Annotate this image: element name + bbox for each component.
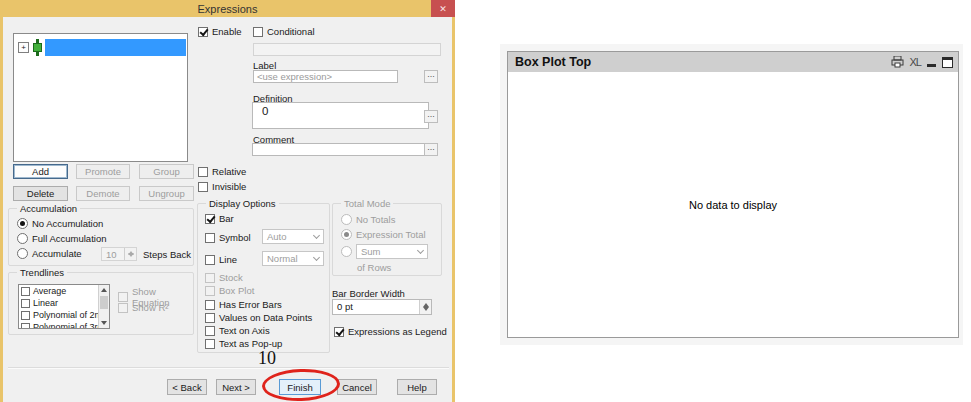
stock-checkbox[interactable]: Stock	[205, 272, 243, 283]
poly3-checkbox[interactable]	[21, 323, 30, 330]
expressions-dialog: Expressions ✕ + Add Promote Group Delete…	[0, 0, 455, 402]
scrollbar-thumb[interactable]	[100, 296, 108, 309]
trendlines-group-title: Trendlines	[17, 267, 67, 278]
steps-back-stepper[interactable]: 10	[101, 247, 137, 261]
bar-border-width-stepper[interactable]: 0 pt	[332, 299, 432, 315]
definition-ellipsis-button[interactable]: ...	[424, 110, 438, 123]
symbol-style-combo[interactable]: Auto	[262, 229, 324, 244]
enable-checkbox[interactable]: Enable	[198, 26, 242, 37]
has-error-bars-checkbox[interactable]: Has Error Bars	[205, 299, 282, 310]
tree-expand-icon[interactable]: +	[18, 42, 29, 53]
accumulation-group-title: Accumulation	[17, 203, 80, 214]
trendlines-listbox[interactable]: Average Linear Polynomial of 2nd d Polyn…	[18, 284, 110, 329]
line-style-combo[interactable]: Normal	[262, 251, 324, 266]
no-data-message: No data to display	[689, 199, 777, 211]
dialog-border-left	[0, 17, 3, 402]
expressions-as-legend-checkbox[interactable]: Expressions as Legend	[334, 326, 447, 337]
trendline-item-average[interactable]: Average	[19, 285, 109, 297]
annotation-step-number: 10	[258, 348, 276, 369]
scroll-up-icon[interactable]	[101, 288, 107, 292]
sheet-background: Box Plot Top XL No data to display	[500, 44, 963, 345]
dialog-title: Expressions	[198, 3, 258, 15]
label-input[interactable]: <use expression>	[253, 70, 398, 83]
expression-list[interactable]: +	[13, 33, 188, 162]
scroll-down-icon[interactable]	[101, 321, 107, 325]
full-accumulation-radio[interactable]: Full Accumulation	[17, 233, 106, 244]
trendline-item-poly3[interactable]: Polynomial of 3rd d	[19, 321, 109, 329]
chevron-down-icon	[313, 253, 320, 260]
trendline-item-poly2[interactable]: Polynomial of 2nd d	[19, 309, 109, 321]
conditional-checkbox[interactable]: Conditional	[253, 26, 315, 37]
chart-body: No data to display	[508, 72, 958, 337]
screenshot-canvas: Expressions ✕ + Add Promote Group Delete…	[0, 0, 971, 402]
chart-caption-bar[interactable]: Box Plot Top XL	[508, 52, 958, 72]
values-on-data-points-checkbox[interactable]: Values on Data Points	[205, 312, 312, 323]
demote-button[interactable]: Demote	[76, 186, 130, 201]
display-options-title: Display Options	[206, 198, 279, 209]
linear-checkbox[interactable]	[21, 299, 30, 308]
close-icon: ✕	[439, 4, 447, 14]
sum-mode-radio[interactable]	[341, 246, 352, 257]
trendlines-group: Trendlines Average Linear Polynomial of …	[8, 272, 194, 335]
comment-input[interactable]	[252, 143, 429, 156]
display-options-group: Display Options Bar Symbol Auto Line Nor…	[197, 203, 330, 353]
expression-tree-row[interactable]: +	[18, 39, 186, 56]
dialog-border-right	[452, 17, 455, 402]
chevron-down-icon	[417, 246, 424, 253]
bar-checkbox[interactable]: Bar	[205, 213, 234, 224]
annotation-circle	[261, 368, 340, 402]
add-button[interactable]: Add	[13, 164, 68, 179]
definition-input[interactable]: 0	[252, 102, 429, 129]
label-ellipsis-button[interactable]: ...	[424, 70, 438, 83]
relative-checkbox[interactable]: Relative	[198, 166, 246, 177]
ungroup-button[interactable]: Ungroup	[139, 186, 194, 201]
selected-expression-item[interactable]	[45, 39, 186, 56]
total-mode-title: Total Mode	[341, 198, 393, 209]
box-plot-expression-icon	[33, 39, 42, 56]
show-r2-checkbox[interactable]: Show R²	[118, 302, 168, 313]
line-checkbox[interactable]: Line	[205, 254, 237, 265]
back-button[interactable]: < Back	[167, 379, 207, 395]
comment-ellipsis-button[interactable]: ...	[424, 143, 438, 156]
of-rows-label: of Rows	[357, 262, 391, 273]
next-button[interactable]: Next >	[216, 379, 256, 395]
cancel-button[interactable]: Cancel	[337, 379, 377, 395]
group-button[interactable]: Group	[139, 164, 194, 179]
stepper-arrows-icon[interactable]	[124, 248, 136, 260]
print-icon[interactable]	[891, 56, 904, 68]
separator-line	[8, 367, 449, 369]
symbol-checkbox[interactable]: Symbol	[205, 232, 251, 243]
trendlines-scrollbar[interactable]	[98, 285, 109, 328]
promote-button[interactable]: Promote	[76, 164, 130, 179]
no-totals-radio[interactable]: No Totals	[341, 214, 395, 225]
accumulation-group: Accumulation No Accumulation Full Accumu…	[8, 208, 194, 266]
text-on-axis-checkbox[interactable]: Text on Axis	[205, 325, 270, 336]
average-checkbox[interactable]	[21, 287, 30, 296]
aggregate-function-combo[interactable]: Sum	[356, 244, 428, 259]
conditional-field[interactable]	[253, 43, 441, 56]
excel-export-icon[interactable]: XL	[910, 56, 921, 68]
caption-icons: XL	[891, 56, 953, 68]
accumulate-radio[interactable]: Accumulate	[17, 248, 82, 259]
maximize-icon[interactable]	[942, 57, 953, 68]
minimize-icon[interactable]	[927, 64, 936, 67]
steps-back-label: Steps Back	[143, 249, 191, 260]
bar-border-width-label: Bar Border Width	[332, 288, 405, 299]
stepper-arrows-icon[interactable]	[419, 300, 431, 314]
total-mode-group: Total Mode No Totals Expression Total Su…	[332, 203, 442, 276]
trendline-item-linear[interactable]: Linear	[19, 297, 109, 309]
poly2-checkbox[interactable]	[21, 311, 30, 320]
delete-button[interactable]: Delete	[13, 186, 68, 201]
expression-total-radio[interactable]: Expression Total	[341, 229, 426, 240]
dialog-titlebar[interactable]: Expressions	[0, 0, 455, 17]
chart-title: Box Plot Top	[515, 55, 891, 69]
box-plot-window[interactable]: Box Plot Top XL No data to display	[507, 51, 959, 338]
chevron-down-icon	[313, 231, 320, 238]
help-button[interactable]: Help	[397, 379, 437, 395]
invisible-checkbox[interactable]: Invisible	[198, 181, 246, 192]
close-button[interactable]: ✕	[431, 0, 455, 17]
box-plot-checkbox[interactable]: Box Plot	[205, 285, 254, 296]
no-accumulation-radio[interactable]: No Accumulation	[17, 218, 103, 229]
